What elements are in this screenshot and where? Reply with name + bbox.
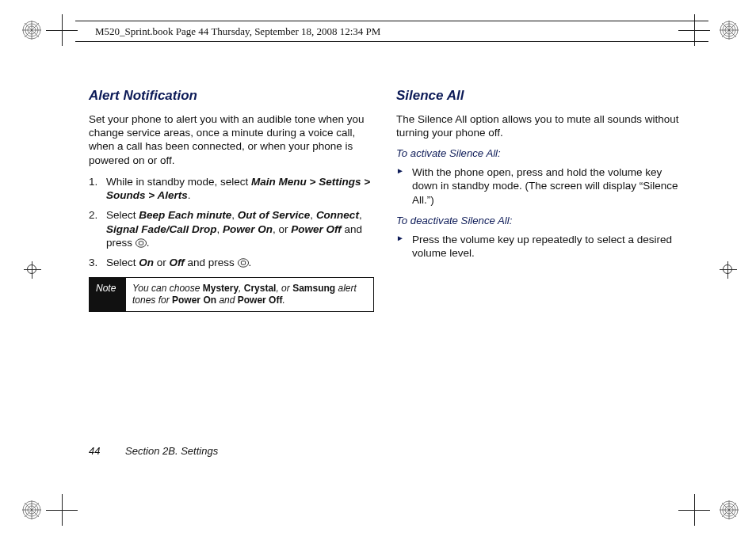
step-2: 2. Select Beep Each minute, Out of Servi… (103, 208, 374, 249)
ok-button-icon (136, 238, 147, 249)
bullet-item: Press the volume key up repeatedly to se… (412, 233, 682, 260)
note-body: You can choose Mystery, Crystal, or Sams… (126, 278, 373, 311)
crop-mark-icon (678, 494, 710, 526)
subheading-deactivate: To deactivate Silence All: (396, 215, 682, 228)
step-text: Select (106, 257, 139, 268)
option: Connect (316, 209, 359, 221)
step-text: or (154, 257, 170, 268)
step-text: and press (185, 257, 238, 268)
heading-alert-notification: Alert Notification (89, 87, 374, 105)
heading-silence-all: Silence All (396, 87, 682, 105)
crop-mark-icon (46, 14, 78, 46)
step-number: 1. (89, 175, 97, 188)
header-rule (75, 41, 708, 42)
step-3: 3. Select On or Off and press . (103, 256, 374, 269)
svg-rect-29 (139, 241, 143, 245)
intro-paragraph: The Silence All option allows you to mut… (396, 112, 682, 140)
option: Out of Service (238, 209, 311, 221)
option: Off (170, 257, 185, 268)
note-box: Note You can choose Mystery, Crystal, or… (89, 277, 374, 312)
registration-mark-icon (22, 21, 41, 40)
step-text: . (188, 189, 191, 201)
svg-point-30 (238, 259, 248, 268)
section-label: Section 2B. Settings (125, 445, 218, 457)
step-1: 1. While in standby mode, select Main Me… (103, 175, 374, 203)
ok-button-icon (238, 257, 249, 268)
intro-paragraph: Set your phone to alert you with an audi… (89, 112, 374, 167)
crop-mark-icon (46, 494, 78, 526)
page-body: Alert Notification Set your phone to ale… (89, 87, 691, 451)
subheading-activate: To activate Silence All: (396, 147, 682, 161)
running-header: M520_Sprint.book Page 44 Thursday, Septe… (95, 25, 380, 38)
svg-rect-31 (241, 261, 245, 264)
page-number: 44 (89, 445, 100, 457)
option: Power Off (291, 223, 342, 235)
step-text: , or (273, 223, 291, 235)
steps-list: 1. While in standby mode, select Main Me… (89, 175, 374, 270)
crosshair-icon (24, 261, 41, 279)
crosshair-icon (720, 261, 737, 279)
left-column: Alert Notification Set your phone to ale… (89, 87, 374, 451)
right-column: Silence All The Silence All option allow… (396, 87, 682, 451)
step-number: 3. (89, 256, 97, 269)
bullet-list: Press the volume key up repeatedly to se… (396, 233, 682, 260)
svg-point-28 (136, 239, 146, 248)
step-number: 2. (89, 208, 97, 222)
option: Power On (223, 223, 273, 235)
page-footer: 44 Section 2B. Settings (89, 445, 218, 457)
registration-mark-icon (720, 21, 739, 40)
option: Beep Each minute (139, 209, 231, 221)
option: On (139, 257, 154, 268)
registration-mark-icon (720, 500, 739, 519)
bullet-item: With the phone open, press and hold the … (412, 165, 682, 207)
header-rule (75, 21, 708, 21)
step-text: While in standby mode, select (106, 176, 251, 188)
option: Signal Fade/Call Drop (106, 223, 217, 235)
bullet-list: With the phone open, press and hold the … (396, 165, 682, 207)
registration-mark-icon (22, 500, 41, 519)
step-text: Select (106, 209, 139, 221)
note-label: Note (90, 278, 126, 311)
